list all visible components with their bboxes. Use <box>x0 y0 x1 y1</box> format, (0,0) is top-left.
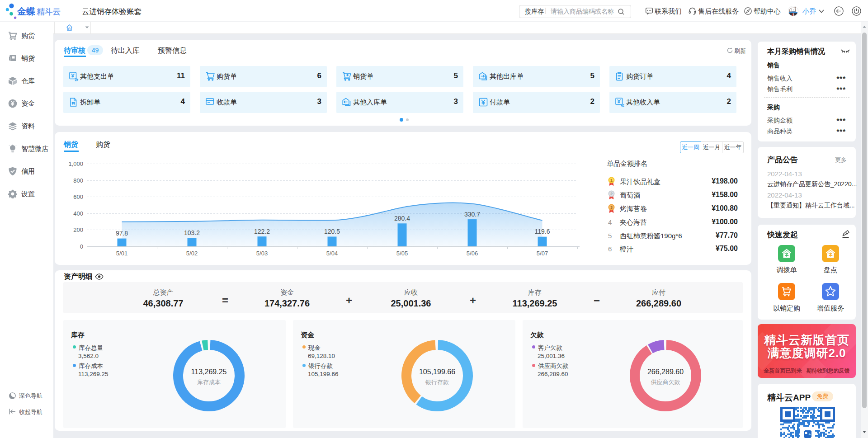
svg-text:600: 600 <box>73 193 83 200</box>
svg-text:105,199.66: 105,199.66 <box>419 368 455 376</box>
svg-text:330.7: 330.7 <box>464 211 480 218</box>
svg-text:400: 400 <box>73 210 83 217</box>
svg-text:800: 800 <box>73 177 83 184</box>
svg-text:0: 0 <box>80 243 83 250</box>
svg-text:266,289.60: 266,289.60 <box>647 368 684 376</box>
svg-text:供应商欠款: 供应商欠款 <box>651 379 680 386</box>
svg-text:5/04: 5/04 <box>326 250 338 257</box>
svg-text:5/02: 5/02 <box>186 250 198 257</box>
svg-text:银行存款: 银行存款 <box>425 379 449 386</box>
svg-text:5/06: 5/06 <box>467 250 478 257</box>
svg-text:1: 1 <box>610 178 613 183</box>
svg-text:119.6: 119.6 <box>535 228 550 235</box>
svg-text:5/03: 5/03 <box>256 250 268 257</box>
svg-text:5/07: 5/07 <box>537 250 548 257</box>
svg-text:113,269.25: 113,269.25 <box>191 368 227 376</box>
svg-text:1,000: 1,000 <box>68 160 83 167</box>
svg-text:5/05: 5/05 <box>396 250 408 257</box>
svg-text:103.2: 103.2 <box>184 229 200 236</box>
svg-text:200: 200 <box>73 226 83 233</box>
svg-text:120.5: 120.5 <box>324 228 340 235</box>
svg-text:2: 2 <box>610 192 613 196</box>
svg-text:5/01: 5/01 <box>116 250 127 257</box>
svg-text:280.4: 280.4 <box>394 215 410 222</box>
svg-text:3: 3 <box>610 205 613 210</box>
svg-text:97.8: 97.8 <box>116 230 128 237</box>
svg-text:库存成本: 库存成本 <box>197 379 221 386</box>
svg-text:122.2: 122.2 <box>254 228 270 235</box>
